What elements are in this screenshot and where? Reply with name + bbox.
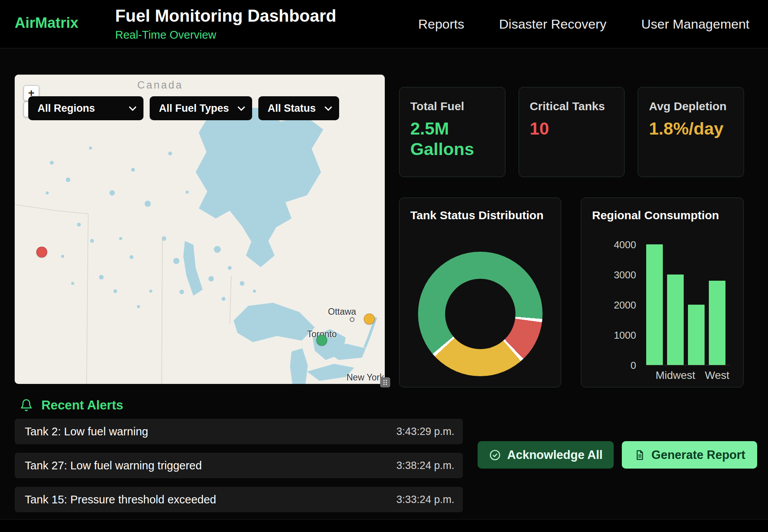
alert-row[interactable]: Tank 2: Low fuel warning 3:43:29 p.m. xyxy=(15,419,463,444)
ottawa-city-dot xyxy=(350,317,355,322)
stat-card-avg-depletion: Avg Depletion 1.8%/day xyxy=(638,87,744,177)
map-marker-normal[interactable] xyxy=(316,335,327,346)
map-label-canada: Canada xyxy=(137,79,183,91)
brand-logo[interactable]: AirMatrix xyxy=(15,15,79,48)
map-filters: All Regions All Fuel Types All Status xyxy=(28,96,339,120)
chevron-down-icon xyxy=(237,106,245,111)
charts-row: Tank Status Distribution Regional Consum… xyxy=(399,198,744,387)
chart-title: Tank Status Distribution xyxy=(410,209,543,222)
recent-alerts-title: Recent Alerts xyxy=(41,398,123,413)
recent-alerts-heading: Recent Alerts xyxy=(20,397,123,413)
fuel-type-filter-dropdown[interactable]: All Fuel Types xyxy=(150,96,252,120)
chevron-down-icon xyxy=(129,106,137,111)
chevron-down-icon xyxy=(324,106,332,111)
y-tick-label: 2000 xyxy=(597,299,636,311)
y-tick-label: 4000 xyxy=(597,239,636,251)
map-marker-critical[interactable] xyxy=(36,247,47,257)
bell-icon xyxy=(20,399,33,412)
check-circle-icon xyxy=(489,449,501,461)
tank-status-chart-card: Tank Status Distribution xyxy=(399,198,561,387)
app-root: AirMatrix Fuel Monitoring Dashboard Real… xyxy=(0,0,768,532)
nav-reports[interactable]: Reports xyxy=(418,17,464,32)
bar-chart: 01000200030004000 MidwestWest xyxy=(592,245,730,365)
footer-bar xyxy=(0,519,768,532)
alert-list: Tank 2: Low fuel warning 3:43:29 p.m. Ta… xyxy=(15,419,463,521)
map-panel[interactable]: Canada Ottawa Toronto New York + − All R… xyxy=(15,75,385,384)
title-block: Fuel Monitoring Dashboard Real-Time Over… xyxy=(115,6,336,48)
x-tick-label: West xyxy=(705,369,729,382)
page-subtitle: Real-Time Overview xyxy=(115,29,336,41)
alert-message: Tank 27: Low fuel warning triggered xyxy=(25,459,202,472)
bar-2 xyxy=(688,305,705,365)
stat-value: 1.8%/day xyxy=(649,118,733,139)
document-icon xyxy=(634,449,645,461)
regional-consumption-chart-card: Regional Consumption 01000200030004000 M… xyxy=(581,198,744,387)
status-filter-dropdown[interactable]: All Status xyxy=(258,96,339,120)
donut-hole xyxy=(445,279,515,349)
bar-y-axis: 01000200030004000 xyxy=(592,245,646,365)
generate-report-button[interactable]: Generate Report xyxy=(622,441,757,469)
drag-dots-icon xyxy=(382,379,388,385)
bar-3 xyxy=(709,281,725,365)
stats-row: Total Fuel 2.5M Gallons Critical Tanks 1… xyxy=(399,87,744,177)
bar-plot: MidwestWest xyxy=(646,245,730,365)
map-label-ottawa: Ottawa xyxy=(328,307,356,317)
page-title: Fuel Monitoring Dashboard xyxy=(115,6,336,26)
stat-card-total-fuel: Total Fuel 2.5M Gallons xyxy=(399,87,505,177)
map-marker-warning[interactable] xyxy=(364,314,375,324)
alert-timestamp: 3:38:24 p.m. xyxy=(396,460,454,472)
status-filter-value: All Status xyxy=(268,102,316,114)
alert-timestamp: 3:33:24 p.m. xyxy=(396,494,454,506)
nav-disaster-recovery[interactable]: Disaster Recovery xyxy=(499,17,607,32)
bar-0 xyxy=(646,244,663,365)
generate-report-label: Generate Report xyxy=(652,448,746,462)
donut-chart xyxy=(418,252,543,376)
bar-1 xyxy=(667,275,684,365)
acknowledge-all-button[interactable]: Acknowledge All xyxy=(478,441,614,469)
alert-timestamp: 3:43:29 p.m. xyxy=(396,426,454,438)
y-tick-label: 0 xyxy=(597,360,636,371)
nav-user-management[interactable]: User Management xyxy=(641,17,749,32)
x-tick-label: Midwest xyxy=(655,369,695,382)
alert-message: Tank 15: Pressure threshold exceeded xyxy=(25,493,216,506)
stat-card-critical-tanks: Critical Tanks 10 xyxy=(519,87,625,177)
chart-title: Regional Consumption xyxy=(592,209,719,222)
fuel-type-filter-value: All Fuel Types xyxy=(159,102,229,114)
alert-message: Tank 2: Low fuel warning xyxy=(25,425,148,438)
stat-label: Critical Tanks xyxy=(530,100,614,113)
header: AirMatrix Fuel Monitoring Dashboard Real… xyxy=(0,0,768,48)
stat-value: 2.5M Gallons xyxy=(410,118,494,159)
stat-label: Total Fuel xyxy=(410,100,494,113)
alert-row[interactable]: Tank 27: Low fuel warning triggered 3:38… xyxy=(15,453,463,478)
acknowledge-all-label: Acknowledge All xyxy=(507,448,603,462)
region-filter-dropdown[interactable]: All Regions xyxy=(28,96,143,120)
stat-label: Avg Depletion xyxy=(649,100,733,113)
main-nav: Reports Disaster Recovery User Managemen… xyxy=(418,0,750,48)
region-filter-value: All Regions xyxy=(38,102,95,114)
map-attribution-toggle[interactable] xyxy=(380,377,390,387)
y-tick-label: 1000 xyxy=(597,329,636,341)
stat-value: 10 xyxy=(530,118,614,139)
alert-row[interactable]: Tank 15: Pressure threshold exceeded 3:3… xyxy=(15,487,463,512)
map-label-new-york: New York xyxy=(346,372,384,383)
y-tick-label: 3000 xyxy=(597,269,636,281)
